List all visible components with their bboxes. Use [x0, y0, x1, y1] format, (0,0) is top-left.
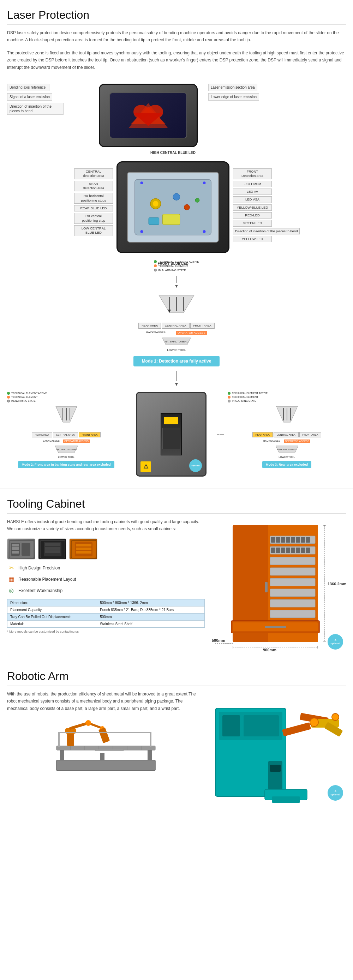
spec-label-material: Material:	[7, 620, 97, 627]
arrow-down-1: ▼	[174, 276, 179, 289]
dashed-arrow	[217, 434, 224, 434]
svg-rect-126	[243, 715, 279, 737]
m2-backgasses: BACKGASSES	[43, 439, 60, 443]
led-label-av: LED AV	[233, 189, 272, 195]
svg-point-133	[310, 718, 318, 727]
svg-rect-64	[270, 557, 315, 565]
mode3-funnel	[266, 404, 308, 429]
led-screen	[127, 172, 219, 243]
svg-text:MATERIAL TO BEND: MATERIAL TO BEND	[277, 449, 297, 450]
mode3-container: TECHNICAL ELEMENT ACTIVE TECHNICAL ELEME…	[228, 392, 346, 468]
svg-rect-44	[22, 543, 30, 556]
svg-rect-78	[306, 537, 310, 542]
led-label-rear-blue: REAR BLUE LED	[74, 205, 113, 212]
robot-platform-container	[7, 718, 205, 788]
svg-rect-122	[58, 732, 151, 733]
spec-label-capacity: Placement Capacity:	[7, 606, 97, 613]
svg-rect-66	[270, 578, 315, 586]
laser-title: Laser Protection	[7, 8, 346, 25]
mode1-funnel	[141, 291, 212, 320]
svg-rect-55	[76, 544, 91, 546]
arrow-down-2: ▼	[174, 371, 179, 387]
led-left-labels: CENTRALdetection area REARdetection area…	[53, 161, 116, 236]
m2-rear: REAR AREA	[32, 432, 52, 438]
svg-rect-52	[45, 550, 60, 553]
svg-rect-11	[135, 179, 211, 235]
svg-rect-56	[76, 547, 91, 550]
m3-front: FRONT AREA	[299, 432, 321, 438]
tooling-section: Tooling Cabinet HARSLE offers industrial…	[0, 489, 353, 661]
mode3-label: Mode 3: Rear area excluded	[262, 461, 311, 468]
robot-arm-svg	[212, 690, 346, 803]
svg-rect-102	[148, 749, 152, 760]
led-label-dir-insert: Direction of insertion of the pieces to …	[233, 228, 300, 234]
screen-content	[128, 173, 218, 242]
m2-material-svg: MATERIAL TO BEND	[52, 444, 81, 455]
robot-right: ⚠ optional	[212, 690, 346, 803]
led-label-green: GREEN LED	[233, 220, 272, 226]
svg-rect-118	[99, 728, 110, 743]
robot-platform-svg	[7, 718, 205, 788]
led-label-front: FRONTDetection area	[233, 169, 272, 179]
robot-left: With the use of robots, the production e…	[7, 690, 205, 788]
laser-top-diagram: Bending axis reference Signal of a laser…	[7, 76, 346, 158]
svg-rect-83	[291, 547, 295, 553]
svg-text:1366.2mm: 1366.2mm	[328, 582, 346, 586]
mode2-label: Mode 2: Front area in banking state and …	[18, 461, 114, 468]
robotic-section: Robotic Arm With the use of robots, the …	[0, 661, 353, 812]
led-label-rear: REARdetection area	[74, 181, 113, 192]
svg-rect-125	[223, 715, 240, 737]
spec-row-dimension: Dimension: 500mm * 900mm * 1366. 2mm	[7, 599, 205, 606]
spec-row-capacity: Placement Capacity: Punch 835mm * 21 Bar…	[7, 606, 205, 613]
lower-tool-label: LOWER TOOL	[159, 348, 194, 352]
m3-material-container: MATERIAL TO BEND LOWER TOOL	[273, 444, 301, 458]
m3-rear: REAR AREA	[253, 432, 273, 438]
svg-rect-120	[58, 732, 60, 747]
svg-rect-100	[56, 760, 155, 771]
rear-area-cell: REAR AREA	[138, 323, 161, 329]
m3-central: CENTRAL AREA	[273, 432, 299, 438]
svg-rect-67	[270, 589, 315, 597]
tooling-title: Tooling Cabinet	[7, 497, 346, 514]
spec-label-dimension: Dimension:	[7, 599, 97, 606]
svg-rect-75	[291, 537, 295, 542]
label-bending-axis: Bending axis reference	[7, 84, 49, 91]
svg-point-16	[195, 198, 199, 202]
svg-rect-121	[150, 732, 151, 747]
svg-rect-74	[286, 537, 290, 542]
led-label-pmsm: LED PMSM	[233, 181, 272, 187]
m3-ind-3: IN ALARMING STATE	[228, 399, 267, 402]
laser-desc-2: The protective zone is fixed under the t…	[7, 49, 346, 71]
tooling-right: 1366.2mm 900mm 500mm ⚠ optional	[212, 518, 346, 652]
spec-value-dimension: 500mm * 900mm * 1366. 2mm	[97, 599, 205, 606]
svg-rect-119	[95, 749, 124, 751]
top-device	[88, 76, 208, 154]
spec-value-capacity: Punch 835mm * 21 Bars; Die 835mm * 21 Ba…	[97, 606, 205, 613]
svg-point-20	[203, 181, 206, 184]
cabinet-img-2	[38, 538, 66, 560]
svg-point-134	[332, 713, 339, 721]
svg-rect-47	[12, 551, 19, 554]
laser-section: Laser Protection DSP laser safety protec…	[0, 0, 353, 489]
mode1-container: TECHNICAL ELEMENT ACTIVE TECHNICAL ELEME…	[7, 260, 346, 388]
led-label-vsa: LED VSA	[233, 196, 272, 203]
svg-text:MATERIAL TO BEND: MATERIAL TO BEND	[164, 340, 188, 343]
spec-row-displacement: Tray Can Be Pulled Out Displacement: 500…	[7, 613, 205, 620]
label-signal: Signal of a laser emission	[7, 93, 52, 100]
specs-note: * More models can be customized by conta…	[7, 630, 205, 633]
svg-rect-72	[276, 537, 280, 542]
feature-layout: ▦ Reasonable Placement Layout	[7, 575, 205, 584]
m3-secondary: BACKGASSES OPERATOR ACCESS	[263, 439, 310, 443]
svg-point-22	[203, 230, 206, 233]
svg-point-21	[140, 230, 143, 233]
feature-workmanship-label: Excellent Workmanship	[18, 588, 62, 593]
indicator-alarming: IN ALARMING STATE	[154, 269, 199, 272]
m3-backgasses: BACKGASSES	[263, 439, 280, 443]
svg-rect-128	[270, 765, 281, 772]
m2-ind-2: TECHNICAL ELEMENT	[7, 396, 47, 399]
mode2-container: TECHNICAL ELEMENT ACTIVE TECHNICAL ELEME…	[7, 392, 125, 468]
left-labels: Bending axis reference Signal of a laser…	[7, 84, 64, 117]
robot-visual: ⚠ optional	[212, 690, 346, 803]
led-bottom-label: FRONT BLUE LED	[157, 262, 188, 266]
precision-icon: ✂	[7, 564, 16, 572]
